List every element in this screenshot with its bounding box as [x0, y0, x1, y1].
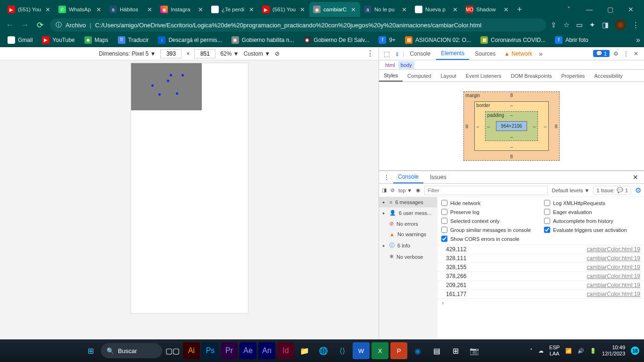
messages-badge[interactable]: 💬 1 — [593, 50, 610, 57]
tab-close-icon[interactable]: ✕ — [503, 6, 509, 13]
bookmark-item[interactable]: ◆Maps — [81, 34, 112, 46]
taskview-icon[interactable]: ▢▢ — [164, 342, 181, 359]
notification-badge[interactable]: 18 — [631, 346, 639, 355]
browser-tab[interactable]: M¿Te perdi✕ — [207, 2, 258, 17]
wifi-icon[interactable]: 📶 — [565, 348, 572, 354]
edge-icon[interactable]: ◉ — [409, 342, 426, 359]
setting-checkbox[interactable] — [544, 200, 550, 206]
browser-tab[interactable]: ✆WhatsAp✕ — [55, 2, 106, 17]
setting-checkbox[interactable] — [441, 227, 447, 233]
filter-input[interactable] — [424, 186, 548, 195]
sidepanel-icon[interactable]: ◨ — [602, 21, 609, 29]
star-icon[interactable]: ☆ — [563, 21, 570, 29]
console-setting[interactable]: Preserve log — [441, 209, 537, 215]
width-input[interactable] — [160, 49, 182, 58]
throttle-select[interactable]: Custom ▼ — [244, 50, 271, 57]
styles-tab[interactable]: Accessibility — [590, 71, 627, 81]
battery-icon[interactable]: 🔋 — [590, 348, 596, 354]
gray-canvas[interactable] — [131, 63, 202, 110]
console-setting[interactable]: Autocomplete from history — [544, 218, 640, 224]
extensions-icon[interactable]: ✦ — [589, 21, 595, 29]
console-setting[interactable]: Eager evaluation — [544, 209, 640, 215]
tray-chevron-icon[interactable]: ˄ — [530, 348, 533, 354]
crumb-body[interactable]: body — [398, 61, 414, 69]
new-tab-button[interactable]: + — [513, 5, 526, 15]
log-source-link[interactable]: cambiarColor.html:19 — [587, 246, 640, 253]
more-icon[interactable]: ⋮ — [623, 50, 629, 57]
setting-checkbox[interactable] — [544, 218, 550, 224]
bookmark-item[interactable]: ◉Gobierno De El Salv... — [300, 34, 373, 46]
bookmark-item[interactable]: ▦Coronavirus COVID... — [477, 34, 549, 46]
clear-icon[interactable]: ⊘ — [390, 187, 395, 193]
dimensions-select[interactable]: Dimensions: Pixel 5 ▼ — [99, 50, 156, 57]
browser-tab[interactable]: ◉Nueva p✕ — [411, 2, 462, 17]
tab-close-icon[interactable]: ✕ — [248, 6, 255, 13]
browser-tab[interactable]: ▶(561) You✕ — [258, 2, 309, 17]
styles-tab[interactable]: Styles — [379, 70, 403, 82]
styles-tab[interactable]: Layout — [436, 71, 461, 81]
tab-close-icon[interactable]: ✕ — [95, 6, 102, 13]
rotate-icon[interactable]: ⊘ — [275, 50, 280, 57]
browser-tab[interactable]: ◉Instagra✕ — [157, 2, 207, 17]
context-select[interactable]: top ▼ — [398, 188, 412, 193]
onedrive-icon[interactable]: ☁ — [538, 348, 544, 354]
tab-network[interactable]: ▲Network — [501, 50, 535, 57]
indesign-icon[interactable]: Id — [277, 342, 294, 359]
zoom-select[interactable]: 62% ▼ — [220, 50, 239, 57]
device-more-icon[interactable]: ⋮ — [366, 49, 374, 58]
console-settings-icon[interactable]: ⚙ — [635, 186, 641, 195]
browser-tab[interactable]: ▶(551) You✕ — [4, 2, 55, 17]
issues-pill[interactable]: 1 Issue: 💬 1 — [593, 186, 631, 195]
minimize-icon[interactable]: — — [580, 6, 599, 13]
tab-console[interactable]: Console — [405, 48, 435, 59]
calc-icon[interactable]: ⊞ — [447, 342, 464, 359]
console-filter-item[interactable]: ▸👤6 user mess... — [379, 207, 437, 218]
console-filter-item[interactable]: ▸≡6 messages — [379, 197, 437, 207]
styles-tab[interactable]: DOM Breakpoints — [506, 71, 557, 81]
browser-tab[interactable]: ◉cambiarC✕ — [309, 2, 360, 17]
bookmark-item[interactable]: ⠿Traducir — [114, 34, 153, 46]
animate-icon[interactable]: An — [258, 342, 275, 359]
setting-checkbox[interactable] — [441, 209, 447, 215]
more-tabs-icon[interactable]: » — [536, 50, 545, 58]
device-icon[interactable]: ⫾ — [392, 50, 402, 58]
drawer-tab-console[interactable]: Console — [393, 171, 423, 183]
word-icon[interactable]: W — [353, 342, 370, 359]
log-source-link[interactable]: cambiarColor.html:19 — [587, 282, 640, 288]
inspect-icon[interactable]: ⬚ — [382, 50, 391, 58]
setting-checkbox[interactable] — [441, 200, 447, 206]
log-source-link[interactable]: cambiarColor.html:19 — [587, 264, 640, 271]
photoshop-icon[interactable]: Ps — [202, 342, 219, 359]
browser-tab[interactable]: aNo le pu✕ — [360, 2, 411, 17]
tab-close-icon[interactable]: ✕ — [299, 6, 305, 13]
console-filter-item[interactable]: ⊘No errors — [379, 218, 437, 229]
console-prompt[interactable]: › — [438, 299, 644, 307]
preview-frame[interactable] — [131, 63, 248, 313]
vscode-icon[interactable]: ⟨⟩ — [334, 342, 351, 359]
close-devtools-icon[interactable]: ✕ — [634, 50, 638, 57]
bookmark-item[interactable]: ▶YouTube — [38, 34, 78, 46]
log-source-link[interactable]: cambiarColor.html:19 — [587, 255, 640, 262]
chevron-down-icon[interactable]: ˅ — [559, 6, 578, 13]
tab-close-icon[interactable]: ✕ — [197, 6, 204, 13]
explorer-icon[interactable]: 📁 — [296, 342, 313, 359]
address-input[interactable]: ⓘ Archivo | C:/Users/amigo/OneDrive/Escr… — [50, 18, 546, 32]
menu-icon[interactable]: ⋮ — [632, 21, 639, 29]
browser-tab[interactable]: MOShadow✕ — [462, 2, 513, 17]
console-filter-item[interactable]: ▸ⓘ6 info — [379, 239, 437, 251]
styles-tab[interactable]: Computed — [403, 71, 436, 81]
console-setting[interactable]: Selected context only — [441, 218, 537, 224]
taskbar-search[interactable]: 🔍Buscar — [101, 343, 162, 358]
live-icon[interactable]: ◉ — [416, 187, 421, 193]
volume-icon[interactable]: 🔊 — [578, 348, 584, 354]
bookmark-item[interactable]: f9+ — [375, 34, 399, 46]
start-icon[interactable]: ⊞ — [82, 342, 99, 359]
drawer-tab-issues[interactable]: Issues — [425, 172, 451, 183]
console-setting[interactable]: Hide network — [441, 200, 537, 206]
bookmark-item[interactable]: ↓Descargá el permis... — [154, 34, 225, 46]
close-window-icon[interactable]: ✕ — [621, 6, 640, 13]
tab-sources[interactable]: Sources — [470, 48, 500, 59]
tab-close-icon[interactable]: ✕ — [44, 6, 51, 13]
share-icon[interactable]: ⇪ — [551, 21, 557, 29]
styles-tab[interactable]: Properties — [556, 71, 589, 81]
